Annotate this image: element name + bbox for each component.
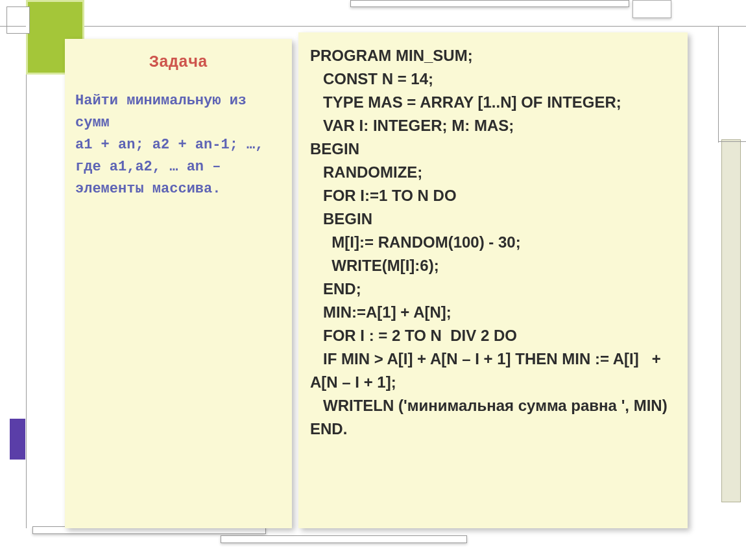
task-line: a1 + an; a2 + an-1; …, где a1,a2, … an –… <box>75 137 263 197</box>
code-line: m[i]:= random(100) - 30; <box>310 233 521 251</box>
code-line: randomize; <box>310 163 422 181</box>
code-line: begin <box>310 210 372 228</box>
decorative-box-purple <box>9 418 26 460</box>
code-line: if min > a[i] + a[n – i + 1] then min :=… <box>310 350 665 391</box>
code-string-literal: минимальная сумма равна <box>407 397 621 414</box>
frame-line <box>26 75 27 528</box>
decorative-box-white <box>6 6 30 34</box>
task-body: Найти минимальную из сумм a1 + an; a2 + … <box>75 90 282 200</box>
frame-line <box>718 26 719 143</box>
code-line: for i : = 2 to n div 2 do <box>310 327 517 344</box>
code-line: begin <box>310 140 359 158</box>
code-line: min:=a[1] + a[n]; <box>310 303 451 321</box>
frame-line <box>719 141 746 142</box>
decorative-bar-top <box>350 0 629 7</box>
decorative-bar-bottom-2 <box>221 535 467 543</box>
code-line: type mas = array [1..n] of integer; <box>310 93 621 111</box>
code-line: write(m[i]:6); <box>310 257 439 274</box>
code-line: end. <box>310 420 347 438</box>
code-body: program min_sum; const n = 14; type mas … <box>310 44 676 441</box>
code-line: const n = 14; <box>310 70 433 88</box>
code-line: ', min) <box>621 397 668 414</box>
code-line: writeln (' <box>310 397 407 414</box>
code-line: for i:=1 to n do <box>310 187 457 204</box>
code-line: end; <box>310 280 361 298</box>
task-card: Задача Найти минимальную из сумм a1 + an… <box>65 39 292 528</box>
task-heading: Задача <box>75 53 282 72</box>
frame-line <box>0 26 26 27</box>
decorative-box-top-right <box>632 0 671 18</box>
decorative-column-right <box>721 139 741 502</box>
task-line: Найти минимальную из сумм <box>75 93 247 131</box>
code-line: program min_sum; <box>310 47 473 64</box>
code-line: var i: integer; m: mas; <box>310 117 514 134</box>
code-card: program min_sum; const n = 14; type mas … <box>298 32 688 528</box>
frame-line <box>84 26 746 27</box>
